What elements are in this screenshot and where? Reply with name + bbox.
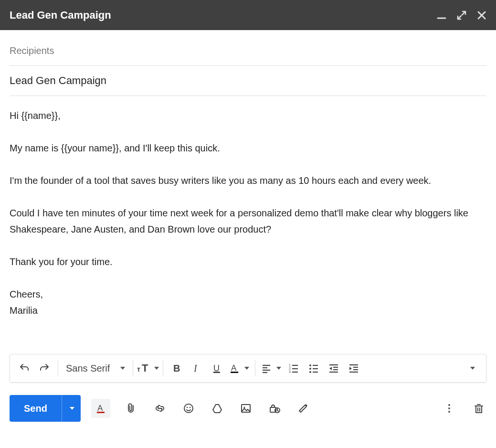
compose-action-right [442,401,486,416]
compose-action-icons: A [91,399,311,418]
compose-action-bar: Send A [0,383,496,422]
underline-button[interactable]: U [207,359,226,378]
svg-point-55 [448,411,450,413]
svg-text:T: T [142,363,148,374]
italic-button[interactable]: I [187,359,206,378]
svg-point-54 [448,407,450,409]
svg-marker-45 [213,405,222,413]
svg-text:I: I [193,363,198,373]
svg-point-43 [187,407,188,408]
svg-point-42 [184,404,193,413]
minimize-icon[interactable] [437,11,446,20]
font-family-label: Sans Serif [66,363,110,374]
send-group: Send [10,395,81,422]
close-icon[interactable] [477,11,486,20]
font-family-select[interactable]: Sans Serif [62,363,129,374]
svg-point-44 [190,407,191,408]
svg-text:A: A [231,363,237,373]
chevron-down-icon [244,367,249,370]
more-options-button[interactable] [442,401,457,416]
undo-button[interactable] [15,359,34,378]
insert-signature-button[interactable] [295,401,311,416]
toolbar-separator [255,360,255,376]
toolbar-separator [133,360,133,376]
compose-fields [0,30,496,96]
svg-text:U: U [213,363,220,373]
compose-header: Lead Gen Campaign [0,0,496,30]
text-color-button[interactable]: A [227,363,251,374]
indent-increase-button[interactable] [344,359,363,378]
chevron-down-icon [70,407,74,410]
send-button[interactable]: Send [10,395,62,422]
toolbar-separator [163,360,163,376]
font-size-group[interactable]: т T [137,363,159,374]
insert-photo-button[interactable] [238,401,253,416]
chevron-down-icon [154,367,159,370]
window-controls [437,11,486,20]
confidential-mode-button[interactable] [267,401,282,416]
compose-title: Lead Gen Campaign [10,9,437,21]
svg-line-52 [277,410,278,411]
recipients-row [10,36,486,66]
svg-point-53 [448,404,450,406]
svg-text:1: 1 [289,363,291,367]
indent-decrease-button[interactable] [324,359,343,378]
svg-text:2: 2 [289,367,291,370]
svg-text:3: 3 [289,370,291,373]
subject-row [10,66,486,96]
svg-point-23 [309,364,311,366]
svg-point-24 [309,368,311,370]
svg-marker-38 [349,367,352,370]
insert-drive-button[interactable] [210,401,225,416]
svg-rect-12 [231,372,238,373]
formatting-toolbar: Sans Serif т T B I U A 1 2 3 [10,354,486,383]
expand-icon[interactable] [457,11,466,20]
attach-file-button[interactable] [124,401,139,416]
discard-draft-button[interactable] [471,401,486,416]
numbered-list-button[interactable]: 1 2 3 [284,359,303,378]
toolbar-separator [58,360,58,376]
align-button[interactable] [259,363,283,373]
subject-input[interactable] [10,75,486,87]
svg-marker-33 [329,367,332,370]
bold-button[interactable]: B [167,359,186,378]
svg-rect-40 [97,412,105,413]
send-options-button[interactable] [62,395,81,422]
chevron-down-icon [120,367,125,370]
more-formatting-button[interactable] [462,359,481,378]
redo-button[interactable] [35,359,54,378]
insert-link-button[interactable] [152,401,168,416]
svg-text:B: B [173,363,180,373]
svg-text:т: т [137,365,140,373]
chevron-down-icon [276,367,281,370]
message-body[interactable]: Hi {{name}}, My name is {{your name}}, a… [0,96,496,354]
insert-emoji-button[interactable] [181,401,196,416]
recipients-input[interactable] [10,45,486,56]
bulleted-list-button[interactable] [304,359,323,378]
svg-rect-56 [476,406,482,413]
svg-text:A: A [97,404,103,413]
chevron-down-icon [470,367,475,370]
formatting-toggle-button[interactable]: A [91,399,110,418]
svg-point-25 [309,371,311,373]
